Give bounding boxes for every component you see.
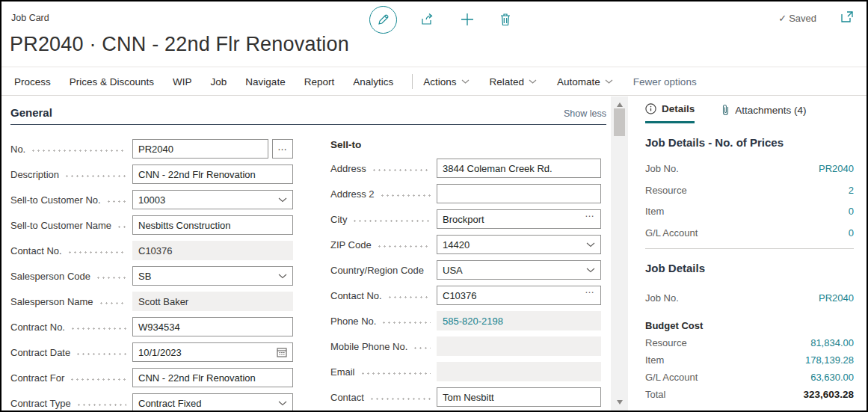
chevron-down-icon[interactable] bbox=[586, 268, 595, 273]
contract-no-input[interactable] bbox=[138, 322, 287, 333]
field-label: Address 2 bbox=[330, 188, 375, 200]
scroll-down-arrow[interactable] bbox=[611, 396, 628, 409]
contract-date-input[interactable] bbox=[138, 347, 274, 358]
field-row-no: No. … bbox=[10, 139, 293, 159]
tab-attachments[interactable]: Attachments (4) bbox=[721, 103, 806, 123]
fact-label: Job No. bbox=[645, 292, 679, 304]
fact-value-link[interactable]: PR2040 bbox=[819, 292, 854, 304]
fact-label: Resource bbox=[645, 337, 687, 348]
fact-label: Job No. bbox=[645, 163, 679, 174]
budget-cost-group-title: Budget Cost bbox=[645, 320, 854, 331]
action-bar: Process Prices & Discounts WIP Job Navig… bbox=[1, 68, 867, 96]
no-input[interactable] bbox=[138, 144, 262, 155]
popout-icon bbox=[841, 11, 853, 22]
field-row-mobile-phone-no: Mobile Phone No. bbox=[330, 336, 601, 356]
delete-button[interactable] bbox=[498, 11, 513, 28]
open-in-new-window-button[interactable] bbox=[841, 11, 853, 22]
chevron-down-icon[interactable] bbox=[586, 242, 595, 247]
vertical-scrollbar[interactable] bbox=[611, 96, 628, 411]
zip-code-input[interactable] bbox=[443, 239, 583, 250]
address-input[interactable] bbox=[443, 163, 595, 174]
field-row-contact-no: Contact No. bbox=[10, 241, 293, 260]
new-button[interactable] bbox=[459, 11, 475, 28]
share-button[interactable] bbox=[419, 11, 437, 28]
edit-button[interactable] bbox=[369, 6, 397, 34]
fact-row: Item 0 bbox=[645, 206, 854, 217]
fact-value-link[interactable]: 81,834.00 bbox=[810, 337, 854, 348]
field-row-email: Email bbox=[330, 362, 601, 381]
sell-to-group: Sell-to Address Address 2 bbox=[330, 139, 601, 411]
menu-item-process[interactable]: Process bbox=[14, 76, 51, 87]
fact-label: Item bbox=[645, 206, 664, 217]
fact-total-value: 323,603.28 bbox=[803, 389, 854, 400]
description-input[interactable] bbox=[138, 169, 287, 180]
chevron-down-icon[interactable] bbox=[278, 401, 287, 406]
city-input[interactable] bbox=[443, 214, 582, 225]
phone-no-input[interactable] bbox=[443, 316, 595, 327]
general-section-header: General Show less bbox=[10, 106, 606, 125]
field-row-country-region-code: Country/Region Code bbox=[330, 260, 601, 280]
assist-edit-button[interactable]: … bbox=[272, 139, 293, 159]
show-less-link[interactable]: Show less bbox=[564, 108, 606, 119]
contract-type-input[interactable] bbox=[138, 398, 275, 409]
dotted-leader bbox=[106, 200, 126, 203]
field-label: Sell-to Customer No. bbox=[10, 194, 101, 206]
field-row-contact: Contact bbox=[330, 387, 601, 407]
address-field-box bbox=[437, 159, 601, 178]
field-row-phone-no: Phone No. bbox=[330, 311, 601, 330]
fact-value-link[interactable]: 2 bbox=[849, 185, 854, 196]
field-label: Description bbox=[10, 169, 59, 180]
factbox-pane: Details Attachments (4) Job Details - No… bbox=[628, 96, 867, 411]
general-fasttab: General Show less No. … Descriptio bbox=[1, 96, 611, 411]
fact-value-link[interactable]: 0 bbox=[849, 227, 854, 239]
lookup-ellipsis-icon[interactable]: … bbox=[585, 286, 595, 294]
calendar-icon[interactable] bbox=[277, 347, 287, 357]
salesperson-code-input[interactable] bbox=[138, 271, 275, 282]
field-row-sell-to-customer-name: Sell-to Customer Name bbox=[10, 215, 293, 235]
menu-item-analytics[interactable]: Analytics bbox=[353, 76, 393, 87]
menu-separator bbox=[412, 74, 413, 89]
salesperson-name-field-box bbox=[132, 292, 293, 311]
sell-to-customer-name-input[interactable] bbox=[138, 220, 287, 231]
tab-details[interactable]: Details bbox=[645, 103, 695, 123]
sell-to-contact-no-input[interactable] bbox=[443, 290, 582, 301]
menu-item-report[interactable]: Report bbox=[304, 76, 335, 87]
fact-row: Resource 81,834.00 bbox=[645, 337, 854, 348]
tab-attachments-label: Attachments (4) bbox=[735, 105, 806, 116]
dotted-leader bbox=[96, 277, 126, 279]
factbox-divider bbox=[645, 248, 854, 249]
sell-to-customer-no-input[interactable] bbox=[138, 194, 275, 206]
menu-related[interactable]: Related bbox=[490, 76, 538, 87]
page-caption: Job Card bbox=[11, 13, 49, 23]
fact-label: G/L Account bbox=[645, 372, 698, 383]
field-row-contract-for: Contract For bbox=[10, 368, 293, 387]
scrollbar-thumb[interactable] bbox=[614, 108, 625, 136]
fact-value-link[interactable]: PR2040 bbox=[819, 163, 854, 174]
country-region-code-input[interactable] bbox=[443, 265, 583, 276]
lookup-ellipsis-icon[interactable]: … bbox=[585, 210, 595, 218]
contact-input[interactable] bbox=[443, 392, 595, 403]
menu-item-wip[interactable]: WIP bbox=[173, 76, 192, 87]
fewer-options-button[interactable]: Fewer options bbox=[633, 76, 697, 87]
contract-for-input[interactable] bbox=[138, 372, 287, 384]
country-region-code-field-box bbox=[437, 260, 601, 280]
menu-automate[interactable]: Automate bbox=[557, 76, 613, 87]
menu-item-job[interactable]: Job bbox=[211, 76, 227, 87]
menu-actions[interactable]: Actions bbox=[423, 76, 469, 87]
contract-no-field-box bbox=[132, 317, 293, 336]
fact-value-link[interactable]: 0 bbox=[849, 206, 854, 217]
chevron-down-icon[interactable] bbox=[278, 274, 287, 279]
dotted-leader bbox=[372, 169, 431, 171]
menu-item-prices-discounts[interactable]: Prices & Discounts bbox=[70, 76, 154, 87]
sell-to-contact-no-field-box: … bbox=[437, 286, 601, 305]
fact-row-total: Total 323,603.28 bbox=[645, 389, 854, 400]
fact-row: G/L Account 63,630.00 bbox=[645, 372, 854, 383]
chevron-down-icon[interactable] bbox=[278, 197, 287, 203]
menu-automate-label: Automate bbox=[557, 76, 600, 87]
fact-value-link[interactable]: 63,630.00 bbox=[810, 372, 854, 383]
address-2-input[interactable] bbox=[443, 188, 595, 200]
menu-item-navigate[interactable]: Navigate bbox=[245, 76, 285, 87]
field-label: Sell-to Customer Name bbox=[10, 220, 111, 231]
fact-value-link[interactable]: 178,139.28 bbox=[805, 354, 854, 366]
dotted-leader bbox=[380, 194, 431, 197]
